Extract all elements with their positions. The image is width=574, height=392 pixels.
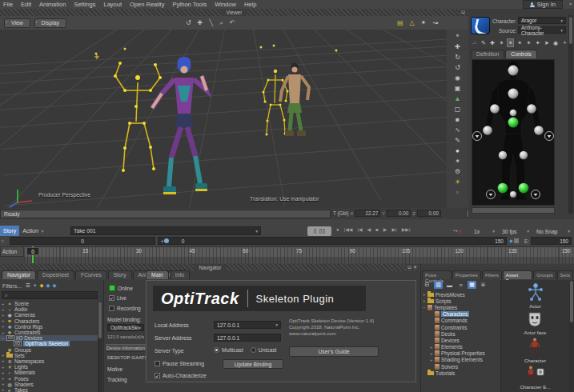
image-plane-icon[interactable]: ▲: [452, 94, 464, 103]
scene-tree-item-materials[interactable]: +◐Materials: [0, 370, 98, 375]
next-filter-icon[interactable]: ◆: [52, 282, 56, 289]
loop-button[interactable]: ↪✕: [453, 228, 461, 234]
menu-overflow-icon[interactable]: ▾: [569, 2, 572, 6]
asset-tree-item-commands[interactable]: Commands: [421, 318, 500, 324]
gear-icon[interactable]: ⚙: [452, 166, 464, 176]
tab-info[interactable]: Info: [170, 270, 190, 279]
asset-tree-item-devices[interactable]: Devices: [421, 337, 500, 343]
asset-tree-item-solvers[interactable]: Solvers: [421, 363, 500, 370]
scene-tree-item-constraints[interactable]: +❖Constraints: [0, 330, 98, 335]
tab-asset-browser[interactable]: Asset Browser: [503, 270, 533, 279]
users-guide-button[interactable]: User's Guide: [289, 346, 379, 357]
orbit-tool-icon[interactable]: ↺: [186, 19, 191, 27]
asset-tree-item-shading-elements[interactable]: +Shading Elements: [421, 357, 500, 363]
scene-tree-item-audio[interactable]: +♪Audio: [0, 306, 98, 312]
rotate-tool-icon[interactable]: ↻: [452, 52, 464, 62]
scene-tree-item-scene[interactable]: +✶Scene: [0, 301, 98, 306]
take-dropdown[interactable]: Take 001▾: [70, 226, 261, 235]
keep-icon[interactable]: ✦: [33, 282, 37, 289]
go-to-start-button[interactable]: |◀◀: [344, 226, 353, 232]
skeleton-a-icon[interactable]: ✶: [498, 38, 505, 47]
magnet-tool-icon[interactable]: ◉: [452, 73, 464, 82]
asset-item-character[interactable]: Character: [524, 338, 546, 363]
star-marker-icon[interactable]: ✶: [452, 156, 464, 166]
asset-tree-item-tutorials[interactable]: Tutorials: [421, 370, 500, 376]
scene-tree-item-optitrack-skeleton[interactable]: I/OOptiTrack Skeleton: [0, 341, 98, 346]
cube-primitive-icon[interactable]: ■: [452, 114, 464, 124]
play-backward-button[interactable]: ◀: [367, 226, 371, 232]
local-address-dropdown[interactable]: 127.0.0.1▾: [214, 321, 281, 329]
stop-button[interactable]: ■: [375, 227, 379, 232]
menu-item-layout[interactable]: Layout: [104, 1, 122, 8]
timeline-range-slider[interactable]: ◂ 0 150: [158, 237, 507, 245]
detail-view-icon[interactable]: ≣: [479, 281, 488, 289]
tab-fcurves[interactable]: FCurves: [75, 270, 107, 279]
story-toggle[interactable]: Story: [0, 226, 19, 236]
ctrl-rig-icon[interactable]: ✶: [525, 38, 532, 47]
edit-icon[interactable]: ✎: [480, 38, 487, 47]
asset-item-actor-face[interactable]: Actor face: [524, 311, 547, 335]
tab-dopesheet[interactable]: Dopesheet: [37, 270, 74, 279]
asset-tree-item-characters[interactable]: Characters: [421, 311, 500, 318]
tab-main[interactable]: Main: [146, 270, 169, 279]
wide-view-icon[interactable]: ▬: [445, 281, 454, 289]
viewer-layout-toggle[interactable]: ▯▯▯: [307, 226, 331, 236]
prev-filter-icon[interactable]: ◆: [46, 282, 50, 289]
action-dropdown[interactable]: Action▾: [19, 226, 46, 236]
menu-item-help[interactable]: Help: [244, 1, 256, 8]
menu-item-settings[interactable]: Settings: [74, 1, 95, 8]
cc-scrollbar[interactable]: [568, 15, 573, 214]
source-dropdown[interactable]: Anthony-Character▾: [518, 26, 566, 34]
model-binding-dropdown[interactable]: OptitrackSkeletonDevice...▾: [107, 324, 144, 331]
scene-tree-item-poses[interactable]: +✦Poses: [0, 375, 98, 381]
asset-tree-item-physical-properties[interactable]: +Physical Properties: [421, 350, 500, 357]
sphere-primitive-icon[interactable]: ●: [452, 146, 464, 155]
asset-tree-item-prevismoves[interactable]: +PrevisMoves: [421, 291, 500, 298]
character-controls-logo[interactable]: [471, 17, 490, 34]
3d-viewport[interactable]: Producer Perspective Translation: Use ma…: [0, 30, 468, 208]
skeleton-dim-icon[interactable]: ✶: [516, 38, 523, 47]
pin-icon[interactable]: ◉: [552, 38, 560, 47]
menu-item-file[interactable]: File: [3, 1, 13, 8]
tab-filters[interactable]: Filters: [482, 270, 502, 279]
scene-tree-item-shaders[interactable]: +▦Shaders: [0, 382, 98, 387]
asset-tree-item-elements[interactable]: +Elements: [421, 344, 500, 350]
fps-dropdown[interactable]: 30 fps▾: [500, 226, 532, 236]
asset-item-actor[interactable]: Actor: [528, 283, 544, 309]
light-icon[interactable]: ☀: [452, 177, 464, 186]
range-slider-handle[interactable]: [164, 238, 169, 243]
snap-dropdown[interactable]: No Snap▾: [534, 226, 572, 236]
asset-tree-item-templates[interactable]: −Templates: [421, 304, 500, 310]
timeline-subruler[interactable]: [24, 257, 574, 263]
filters-label[interactable]: Filters...: [2, 283, 22, 289]
current-frame-field[interactable]: 0: [10, 237, 155, 245]
skeleton-tool-icon[interactable]: ✶: [421, 19, 427, 26]
gbl-y-field[interactable]: 0.00: [387, 210, 411, 217]
server-address-input[interactable]: 127.0.0.1: [214, 334, 281, 342]
scene-tree-item-takes[interactable]: +▸Takes: [0, 387, 98, 392]
tab-navigator[interactable]: Navigator: [2, 270, 36, 279]
scene-tree-item-lights[interactable]: +☀Lights: [0, 364, 98, 370]
frame-tool-icon[interactable]: ↶: [230, 19, 235, 27]
gbl-x-field[interactable]: 22.27: [355, 210, 380, 217]
filter-menu-icon[interactable]: ☰: [26, 282, 30, 289]
tab-groups[interactable]: Groups: [533, 270, 556, 279]
asset-item-character-e[interactable]: Character E...: [520, 366, 550, 390]
pause-streaming-checkbox[interactable]: [155, 361, 160, 366]
asset-tree-item-decks[interactable]: Decks: [421, 330, 500, 337]
search-input[interactable]: ⌕: [2, 291, 98, 299]
scene-tree-item-characters[interactable]: +☻Characters: [0, 318, 98, 324]
icon-view-icon[interactable]: ▦: [468, 281, 476, 289]
update-binding-button[interactable]: Update Binding: [223, 359, 283, 369]
display-button[interactable]: ▾Display: [34, 18, 66, 28]
region-select-icon[interactable]: ▫: [452, 187, 464, 197]
marker-triangle-icon[interactable]: △: [409, 19, 414, 26]
select-mode-icon[interactable]: ➤: [543, 38, 550, 47]
zoom-tool-icon[interactable]: ⌕: [219, 19, 223, 27]
character-dropdown[interactable]: Aragor▾: [518, 17, 566, 24]
record-button[interactable]: ●: [336, 227, 339, 232]
view-button[interactable]: ▾View: [4, 18, 30, 28]
end-frame-field[interactable]: 150: [531, 237, 572, 245]
menu-item-open-reality[interactable]: Open Reality: [130, 1, 164, 8]
menu-item-python-tools[interactable]: Python Tools: [172, 1, 207, 8]
